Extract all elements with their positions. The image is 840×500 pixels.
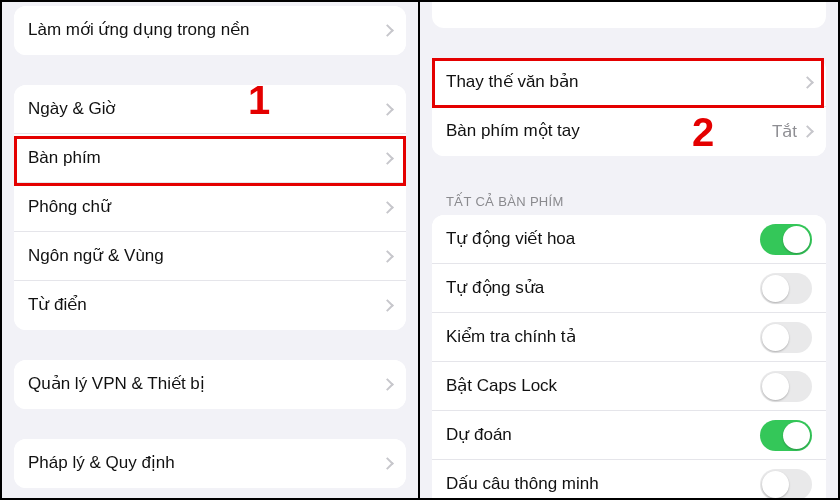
row-label: Kiểm tra chính tả <box>446 327 760 347</box>
row-check-spelling[interactable]: Kiểm tra chính tả <box>432 313 826 362</box>
row-fonts[interactable]: Phông chữ <box>14 183 406 232</box>
chevron-right-icon <box>381 152 394 165</box>
row-dictionary[interactable]: Từ điển <box>14 281 406 330</box>
row-value: Tắt <box>772 121 797 142</box>
row-label: Tự động sửa <box>446 278 760 298</box>
toggle-switch[interactable] <box>760 371 812 402</box>
row-smart-punctuation[interactable]: Dấu câu thông minh <box>432 460 826 498</box>
row-language-region[interactable]: Ngôn ngữ & Vùng <box>14 232 406 281</box>
row-label: Ngôn ngữ & Vùng <box>28 246 383 266</box>
row-predictive[interactable]: Dự đoán <box>432 411 826 460</box>
row-text-replacement[interactable]: Thay thế văn bản <box>432 58 826 107</box>
row-label: Bật Caps Lock <box>446 376 760 396</box>
settings-group: Ngày & Giờ Bàn phím Phông chữ Ngôn ngữ &… <box>14 85 406 330</box>
section-header-all-keyboards: TẤT CẢ BÀN PHÍM <box>420 186 838 215</box>
row-label: Tự động viết hoa <box>446 229 760 249</box>
chevron-right-icon <box>381 103 394 116</box>
row-label: Ngày & Giờ <box>28 99 383 119</box>
row-label: Pháp lý & Quy định <box>28 453 383 473</box>
row-keyboard[interactable]: Bàn phím <box>14 134 406 183</box>
row-label: Bàn phím một tay <box>446 121 772 141</box>
chevron-right-icon <box>381 299 394 312</box>
chevron-right-icon <box>381 457 394 470</box>
row-label: Phông chữ <box>28 197 383 217</box>
row-label: Thay thế văn bản <box>446 72 803 92</box>
row-legal[interactable]: Pháp lý & Quy định <box>14 439 406 488</box>
partial-group-top <box>432 2 826 28</box>
toggle-switch[interactable] <box>760 420 812 451</box>
chevron-right-icon <box>381 201 394 214</box>
settings-group: Làm mới ứng dụng trong nền <box>14 6 406 55</box>
row-date-time[interactable]: Ngày & Giờ <box>14 85 406 134</box>
settings-group: Quản lý VPN & Thiết bị <box>14 360 406 409</box>
row-label: Làm mới ứng dụng trong nền <box>28 20 383 40</box>
settings-keyboard-pane: Thay thế văn bản Bàn phím một tay Tắt TẤ… <box>420 2 838 498</box>
toggle-switch[interactable] <box>760 273 812 304</box>
row-label: Từ điển <box>28 295 383 315</box>
toggle-switch[interactable] <box>760 224 812 255</box>
chevron-right-icon <box>801 125 814 138</box>
row-auto-correction[interactable]: Tự động sửa <box>432 264 826 313</box>
row-label: Quản lý VPN & Thiết bị <box>28 374 383 394</box>
row-background-app-refresh[interactable]: Làm mới ứng dụng trong nền <box>14 6 406 55</box>
chevron-right-icon <box>381 250 394 263</box>
chevron-right-icon <box>801 76 814 89</box>
settings-group-all-keyboards: Tự động viết hoa Tự động sửa Kiểm tra ch… <box>432 215 826 498</box>
settings-group: Pháp lý & Quy định <box>14 439 406 488</box>
row-label: Dấu câu thông minh <box>446 474 760 494</box>
toggle-switch[interactable] <box>760 469 812 498</box>
chevron-right-icon <box>381 378 394 391</box>
row-vpn-device[interactable]: Quản lý VPN & Thiết bị <box>14 360 406 409</box>
toggle-switch[interactable] <box>760 322 812 353</box>
row-label: Bàn phím <box>28 148 383 168</box>
row-one-handed-keyboard[interactable]: Bàn phím một tay Tắt <box>432 107 826 156</box>
settings-group: Thay thế văn bản Bàn phím một tay Tắt <box>432 58 826 156</box>
row-label: Dự đoán <box>446 425 760 445</box>
settings-general-pane: Làm mới ứng dụng trong nền Ngày & Giờ Bà… <box>2 2 420 498</box>
chevron-right-icon <box>381 24 394 37</box>
row-caps-lock[interactable]: Bật Caps Lock <box>432 362 826 411</box>
row-auto-capitalization[interactable]: Tự động viết hoa <box>432 215 826 264</box>
